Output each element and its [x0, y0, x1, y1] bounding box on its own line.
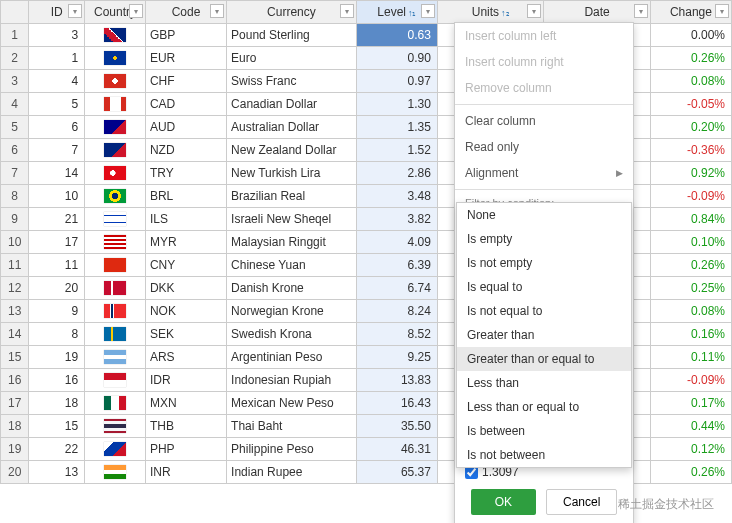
flag-br	[104, 189, 126, 203]
condition-is-between[interactable]: Is between	[457, 419, 631, 443]
filter-icon[interactable]: ▾	[340, 4, 354, 18]
condition-is-not-between[interactable]: Is not between	[457, 443, 631, 467]
flag-ar	[104, 350, 126, 364]
flag-cn	[104, 258, 126, 272]
filter-icon[interactable]: ▾	[68, 4, 82, 18]
condition-less-than-or-equal-to[interactable]: Less than or equal to	[457, 395, 631, 419]
menu-insert-left[interactable]: Insert column left	[455, 23, 633, 49]
filter-condition-submenu: NoneIs emptyIs not emptyIs equal toIs no…	[456, 202, 632, 468]
flag-dk	[104, 281, 126, 295]
column-header-date[interactable]: Date▾	[544, 1, 650, 24]
flag-il	[104, 212, 126, 226]
column-header-country[interactable]: Country▾	[85, 1, 146, 24]
menu-remove[interactable]: Remove column	[455, 75, 633, 101]
flag-ca	[104, 97, 126, 111]
condition-greater-than[interactable]: Greater than	[457, 323, 631, 347]
flag-id	[104, 373, 126, 387]
flag-mx	[104, 396, 126, 410]
condition-none[interactable]: None	[457, 203, 631, 227]
menu-alignment[interactable]: Alignment	[455, 160, 633, 186]
flag-th	[104, 419, 126, 433]
flag-my	[104, 235, 126, 249]
flag-au	[104, 120, 126, 134]
flag-nz	[104, 143, 126, 157]
cancel-button[interactable]: Cancel	[546, 489, 617, 515]
flag-ph	[104, 442, 126, 456]
menu-insert-right[interactable]: Insert column right	[455, 49, 633, 75]
column-header-id[interactable]: ID▾	[29, 1, 85, 24]
column-header-units[interactable]: Units↑₂▾	[437, 1, 543, 24]
column-header-code[interactable]: Code▾	[145, 1, 226, 24]
flag-in	[104, 465, 126, 479]
column-header-change[interactable]: Change▾	[650, 1, 731, 24]
column-header-currency[interactable]: Currency▾	[227, 1, 357, 24]
condition-less-than[interactable]: Less than	[457, 371, 631, 395]
column-header-level[interactable]: Level↑₁▾	[356, 1, 437, 24]
ok-button[interactable]: OK	[471, 489, 536, 515]
flag-tr	[104, 166, 126, 180]
condition-greater-than-or-equal-to[interactable]: Greater than or equal to	[457, 347, 631, 371]
filter-icon[interactable]: ▾	[527, 4, 541, 18]
filter-icon[interactable]: ▾	[715, 4, 729, 18]
flag-se	[104, 327, 126, 341]
flag-ch	[104, 74, 126, 88]
condition-is-empty[interactable]: Is empty	[457, 227, 631, 251]
flag-eu	[104, 51, 126, 65]
watermark: 稀土掘金技术社区	[618, 496, 714, 513]
filter-icon[interactable]: ▾	[634, 4, 648, 18]
filter-icon[interactable]: ▾	[210, 4, 224, 18]
flag-no	[104, 304, 126, 318]
condition-is-not-equal-to[interactable]: Is not equal to	[457, 299, 631, 323]
condition-is-equal-to[interactable]: Is equal to	[457, 275, 631, 299]
menu-clear[interactable]: Clear column	[455, 108, 633, 134]
filter-icon[interactable]: ▾	[421, 4, 435, 18]
filter-icon[interactable]: ▾	[129, 4, 143, 18]
menu-readonly[interactable]: Read only	[455, 134, 633, 160]
flag-gb	[104, 28, 126, 42]
condition-is-not-empty[interactable]: Is not empty	[457, 251, 631, 275]
